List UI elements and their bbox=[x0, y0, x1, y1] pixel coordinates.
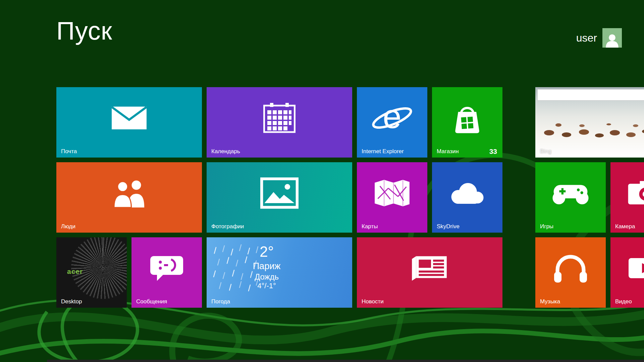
internet-explorer-icon: e bbox=[357, 87, 427, 158]
tile-skydrive[interactable]: SkyDrive bbox=[432, 162, 502, 233]
tile-desktop[interactable]: acer Desktop bbox=[56, 237, 127, 308]
user-avatar bbox=[602, 28, 622, 48]
person-icon bbox=[605, 33, 620, 48]
tile-weather[interactable]: 2° Париж Дождь 4°/-1° Погода bbox=[207, 237, 352, 308]
tile-video[interactable]: Видео bbox=[610, 237, 644, 308]
weather-summary: 2° Париж Дождь 4°/-1° bbox=[207, 243, 339, 291]
game-controller-icon bbox=[535, 162, 606, 233]
calendar-icon bbox=[207, 87, 352, 158]
desktop-edge-strip bbox=[47, 360, 644, 362]
tile-news[interactable]: Новости bbox=[357, 237, 502, 308]
tile-label: Карты bbox=[362, 223, 378, 230]
tile-label: SkyDrive bbox=[437, 223, 460, 230]
tile-messages[interactable]: Сообщения bbox=[131, 237, 202, 308]
horses-image bbox=[555, 123, 561, 127]
tile-internet-explorer[interactable]: e Internet Explorer bbox=[357, 87, 427, 158]
tile-label: Камера bbox=[615, 223, 635, 230]
tile-label: Desktop bbox=[61, 298, 82, 305]
user-area[interactable]: user bbox=[576, 28, 622, 48]
tile-label: Магазин bbox=[437, 148, 459, 155]
tile-label: Фотографии bbox=[211, 223, 244, 230]
weather-range: 4°/-1° bbox=[207, 282, 339, 291]
tile-label: Календарь bbox=[211, 148, 240, 155]
camera-icon bbox=[610, 162, 644, 233]
acer-logo: acer bbox=[67, 267, 83, 276]
tile-label: Люди bbox=[61, 223, 75, 230]
tile-bing[interactable]: Bing bbox=[535, 87, 644, 158]
weather-city: Париж bbox=[207, 261, 339, 272]
horses-image bbox=[544, 130, 554, 135]
video-icon bbox=[610, 237, 644, 308]
weather-condition: Дождь bbox=[207, 272, 339, 282]
weather-temperature: 2° bbox=[207, 243, 339, 261]
tile-people[interactable]: Люди bbox=[56, 162, 202, 233]
user-name: user bbox=[576, 32, 597, 44]
people-icon bbox=[56, 162, 202, 233]
tile-mail[interactable]: Почта bbox=[56, 87, 202, 158]
photos-icon bbox=[207, 162, 352, 233]
tile-label: Сообщения bbox=[136, 298, 167, 305]
chat-bubble-icon bbox=[131, 237, 202, 308]
bing-search-bar bbox=[537, 89, 644, 101]
newspaper-icon bbox=[357, 237, 502, 308]
tile-label: Почта bbox=[61, 148, 77, 155]
tile-music[interactable]: Музыка bbox=[535, 237, 606, 308]
headphones-icon bbox=[535, 237, 606, 308]
tile-label: Bing bbox=[540, 148, 551, 155]
tile-games[interactable]: Игры bbox=[535, 162, 606, 233]
tile-label: Музыка bbox=[540, 298, 560, 305]
tile-photos[interactable]: Фотографии bbox=[207, 162, 352, 233]
tile-store[interactable]: Магазин 33 bbox=[432, 87, 502, 158]
start-screen: Пуск user Почта bbox=[0, 0, 644, 362]
tile-label: Internet Explorer bbox=[362, 148, 404, 155]
mail-icon bbox=[56, 87, 202, 158]
tile-label: Видео bbox=[615, 298, 632, 305]
page-title: Пуск bbox=[56, 16, 112, 45]
tile-label: Новости bbox=[362, 298, 384, 305]
tile-calendar[interactable]: Календарь bbox=[207, 87, 352, 158]
cloud-icon bbox=[432, 162, 502, 233]
tile-maps[interactable]: Карты bbox=[357, 162, 427, 233]
tile-label: Игры bbox=[540, 223, 553, 230]
tile-camera[interactable]: Камера bbox=[610, 162, 644, 233]
store-bag-icon bbox=[432, 87, 502, 158]
svg-text:e: e bbox=[383, 101, 401, 135]
maps-icon bbox=[357, 162, 427, 233]
store-badge: 33 bbox=[489, 147, 497, 156]
tile-label: Погода bbox=[211, 298, 230, 305]
